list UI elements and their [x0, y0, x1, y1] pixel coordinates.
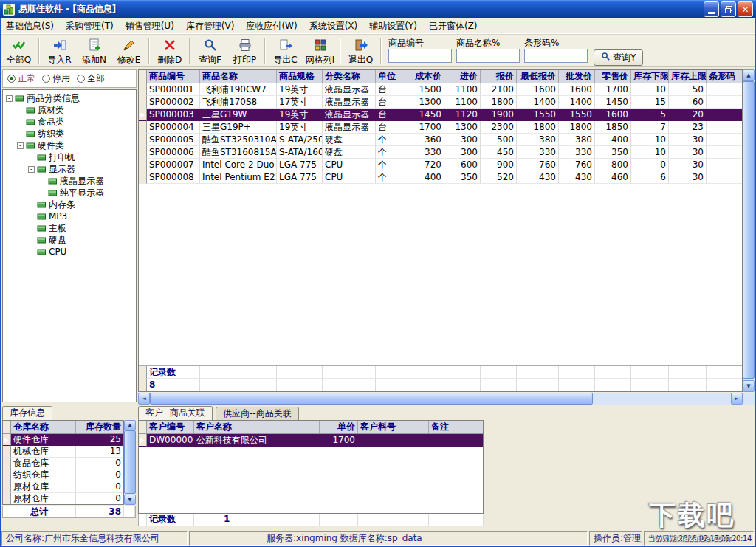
minimize-button[interactable] — [704, 1, 719, 17]
tab-customer-product[interactable]: 客户--商品关联 — [138, 406, 213, 420]
product-code-input[interactable] — [388, 49, 452, 63]
menu-item-stock[interactable]: 库存管理(V) — [180, 18, 241, 34]
table-row[interactable]: ▶ SP000003 三星G19W 19英寸 液晶显示器 台 1450 1120… — [139, 109, 742, 121]
tree-node[interactable]: 食品类 — [6, 116, 136, 128]
column-header[interactable]: 最低报价 — [517, 70, 559, 83]
column-header[interactable]: 进价 — [444, 70, 481, 83]
close-button[interactable]: ✕ — [738, 1, 753, 17]
table-row[interactable]: SP000006 酷鱼ST3160815AS(盒 S-ATA/160G 硬盘 个… — [139, 146, 742, 159]
table-row[interactable]: 纺织仓库 0 — [3, 469, 123, 481]
table-row[interactable]: 原材仓库一 0 — [3, 493, 123, 504]
scroll-thumb[interactable] — [743, 81, 755, 379]
tree-node[interactable]: 主板 — [6, 222, 136, 234]
table-row[interactable]: SP000008 Intel Pentium E2140 LGA 775 CPU… — [139, 171, 742, 184]
search-button[interactable]: 查询F — [193, 35, 227, 66]
column-header[interactable]: 商品规格 — [277, 70, 323, 83]
scroll-right-button[interactable]: ► — [731, 393, 743, 405]
column-header[interactable]: 仓库名称 — [11, 421, 76, 433]
tree-node[interactable]: MP3 — [6, 210, 136, 222]
scroll-up-button[interactable]: ▲ — [124, 420, 136, 430]
table-row[interactable]: SP000002 飞利浦170S8 17英寸 液晶显示器 台 1300 1100… — [139, 96, 742, 109]
tree-node[interactable]: 纺织类 — [6, 128, 136, 140]
column-header[interactable]: 客户编号 — [147, 421, 194, 433]
tree-node[interactable]: 打印机 — [6, 151, 136, 163]
table-row[interactable]: SP000004 三星G19P+ 19英寸 液晶显示器 台 1700 1300 … — [139, 121, 742, 134]
grid-columns-button[interactable]: 网格列I — [303, 35, 337, 66]
tree-node[interactable]: CPU — [6, 246, 136, 258]
tab-supplier-product[interactable]: 供应商--商品关联 — [216, 407, 299, 420]
column-header[interactable]: 库存下限 — [631, 70, 669, 83]
menu-item-basic[interactable]: 基础信息(S) — [0, 18, 60, 34]
tree-node[interactable]: 液晶显示器 — [6, 175, 136, 187]
scroll-thumb[interactable] — [150, 393, 593, 405]
scroll-down-button[interactable]: ▼ — [743, 380, 755, 392]
table-row[interactable]: 原材仓库二 0 — [3, 481, 123, 493]
column-header[interactable]: 零售价 — [595, 70, 631, 83]
column-header[interactable]: 成本价 — [402, 70, 444, 83]
inventory-table-header: 仓库名称 库存数量 — [3, 421, 123, 434]
menu-item-sales[interactable]: 销售管理(U) — [120, 18, 180, 34]
menu-item-system[interactable]: 系统设置(X) — [303, 18, 364, 34]
column-header[interactable]: 备注 — [429, 421, 484, 433]
total-label: 总计 — [3, 506, 76, 517]
vertical-scrollbar[interactable]: ▲ ▼ — [743, 69, 755, 392]
cell: 600 — [444, 159, 481, 171]
tree-node[interactable]: - 显示器 — [6, 163, 136, 175]
tree-node[interactable]: - 硬件类 — [6, 140, 136, 151]
query-button[interactable]: 查询Y — [594, 49, 643, 66]
barcode-input[interactable] — [524, 49, 588, 63]
column-header[interactable]: 单价 — [320, 421, 358, 433]
table-row[interactable]: SP000007 Intel Core 2 Duo E4500 LGA 775 … — [139, 159, 742, 171]
menu-item-purchase[interactable]: 采购管理(T) — [60, 18, 120, 34]
inventory-vertical-scrollbar[interactable]: ▲ ▼ — [124, 420, 136, 505]
expand-toggle[interactable]: - — [6, 95, 13, 102]
table-row[interactable]: SP000001 飞利浦190CW7 19英寸 液晶显示器 台 1500 110… — [139, 83, 742, 96]
expand-toggle[interactable]: - — [17, 142, 24, 149]
tree-node[interactable]: - 商品分类信息 — [6, 92, 136, 104]
column-header[interactable]: 商品编号 — [147, 70, 200, 83]
column-header[interactable]: 库存数量 — [76, 421, 124, 433]
scroll-left-button[interactable]: ◄ — [138, 393, 150, 405]
tree-node[interactable]: 纯平显示器 — [6, 187, 136, 199]
column-header[interactable]: 批发价 — [559, 70, 595, 83]
tree-node[interactable]: 硬盘 — [6, 234, 136, 246]
radio-disabled[interactable]: 停用 — [42, 72, 70, 85]
exit-button[interactable]: 退出Q — [343, 35, 378, 66]
column-header[interactable]: 单位 — [376, 70, 402, 83]
column-header[interactable]: 商品名称 — [200, 70, 277, 83]
radio-normal[interactable]: 正常 — [7, 72, 35, 85]
restore-button[interactable] — [721, 1, 736, 17]
column-header[interactable]: 客户料号 — [358, 421, 429, 433]
table-row[interactable]: ▶ DW000002 公新科技有限公司 1700 — [139, 434, 483, 447]
add-button[interactable]: 添加N — [77, 35, 111, 66]
table-row[interactable]: SP000005 酷鱼ST3250310AS S-ATA/250G 硬盘 个 3… — [139, 134, 742, 146]
table-row[interactable]: 机械仓库 13 — [3, 446, 123, 458]
show-all-button[interactable]: 全部Q — [1, 35, 36, 66]
tree-node[interactable]: 原材类 — [6, 104, 136, 116]
product-name-input[interactable] — [456, 49, 520, 63]
menu-item-windows[interactable]: 已开窗体(Z) — [423, 18, 484, 34]
table-row[interactable]: ▶ 硬件仓库 25 — [3, 434, 123, 446]
export-button[interactable]: 导出C — [268, 35, 303, 66]
column-header[interactable]: 条形码 — [707, 70, 743, 83]
column-header[interactable]: 客户名称 — [194, 421, 320, 433]
delete-button[interactable]: 删除D — [152, 35, 187, 66]
print-button[interactable]: 打印P — [227, 35, 262, 66]
check-all-icon — [12, 38, 27, 55]
menu-item-payables[interactable]: 应收应付(W) — [240, 18, 303, 34]
table-row[interactable]: 食品仓库 0 — [3, 458, 123, 469]
expand-toggle[interactable]: - — [28, 166, 35, 173]
horizontal-scrollbar[interactable]: ◄ ► — [138, 393, 743, 405]
import-button[interactable]: 导入R — [42, 35, 77, 66]
menu-item-aux[interactable]: 辅助设置(Y) — [363, 18, 423, 34]
column-header[interactable]: 库存上限 — [669, 70, 707, 83]
column-header[interactable]: 分类名称 — [323, 70, 376, 83]
column-header[interactable]: 报价 — [481, 70, 517, 83]
radio-all[interactable]: 全部 — [77, 72, 105, 85]
scroll-thumb[interactable] — [124, 430, 136, 494]
tab-inventory[interactable]: 库存信息 — [2, 406, 52, 420]
scroll-up-button[interactable]: ▲ — [743, 69, 755, 81]
scroll-down-button[interactable]: ▼ — [124, 495, 136, 505]
tree-node[interactable]: 内存条 — [6, 199, 136, 210]
edit-button[interactable]: 修改E — [111, 35, 146, 66]
